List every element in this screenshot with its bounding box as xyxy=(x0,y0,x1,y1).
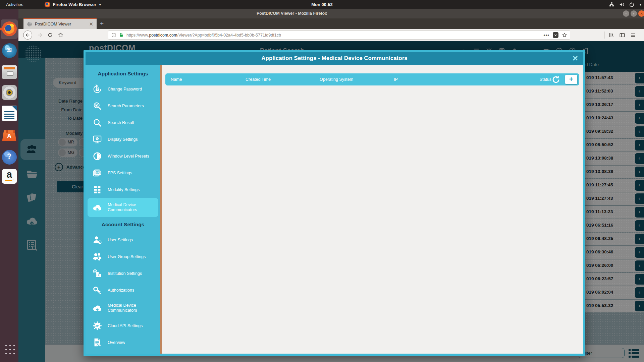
forward-button[interactable] xyxy=(37,32,43,38)
svg-text:API: API xyxy=(95,325,99,327)
dock-item[interactable] xyxy=(1,63,17,79)
column-header[interactable]: Name xyxy=(171,77,246,82)
settings-menu-item[interactable]: H Institution Settings xyxy=(86,265,160,282)
communicators-table-area: NameCreated TimeOperating SystemIPStatus… xyxy=(162,65,583,354)
toolbar-separator xyxy=(604,32,605,39)
doc-eye-icon xyxy=(92,338,102,348)
site-info-icon[interactable] xyxy=(111,33,116,38)
url-domain: postdicom.com xyxy=(149,33,177,38)
back-button[interactable] xyxy=(23,31,32,40)
settings-menu-item[interactable]: FPS FPS Settings xyxy=(86,165,160,181)
column-header[interactable]: Operating System xyxy=(320,77,394,82)
settings-menu-item[interactable]: Modality Settings xyxy=(86,181,160,198)
svg-text:FPS: FPS xyxy=(96,172,100,174)
settings-modal: Application Settings - Medical Device Co… xyxy=(84,50,585,356)
reload-button[interactable] xyxy=(47,32,53,38)
modal-close-icon[interactable]: × xyxy=(573,52,578,64)
dock-item[interactable] xyxy=(1,105,17,121)
account-settings-header: Account Settings xyxy=(86,219,160,232)
user-group-icon xyxy=(92,252,102,262)
grid-icon xyxy=(92,185,102,195)
hamburger-menu-icon[interactable] xyxy=(630,32,636,38)
show-applications-button[interactable] xyxy=(4,343,15,355)
search-icon xyxy=(92,118,102,128)
back-arrow-icon xyxy=(25,33,30,38)
window-title: PostDICOM Viewer - Mozilla Firefox xyxy=(220,11,364,16)
volume-icon[interactable] xyxy=(619,2,625,7)
svg-text:H: H xyxy=(94,270,96,273)
cloud-upload-icon xyxy=(92,202,102,213)
ubuntu-software-icon xyxy=(2,128,16,141)
library-icon[interactable] xyxy=(608,32,614,38)
dock-item[interactable] xyxy=(1,149,17,165)
search-gear-icon xyxy=(92,101,102,111)
clock[interactable]: Mon 00:52 xyxy=(0,2,644,7)
maximize-button[interactable]: ▫ xyxy=(631,10,637,17)
window-titlebar[interactable]: PostDICOM Viewer - Mozilla Firefox − ▫ × xyxy=(18,9,644,18)
rhythmbox-icon xyxy=(2,85,17,100)
dock-item[interactable] xyxy=(1,43,17,58)
settings-menu-item[interactable]: User Group Settings xyxy=(86,248,160,265)
institution-icon: H xyxy=(92,268,102,279)
firefox-icon xyxy=(2,21,17,36)
modal-title: Application Settings - Medical Device Co… xyxy=(86,52,583,65)
refresh-icon[interactable] xyxy=(551,75,560,84)
sidebar-toggle-icon[interactable] xyxy=(619,32,625,38)
dock xyxy=(0,9,18,362)
settings-menu-item[interactable]: API Cloud API Settings xyxy=(86,317,160,334)
cloud-upload-icon xyxy=(92,303,102,313)
dock-item[interactable] xyxy=(1,168,17,184)
modal-titlebar: Application Settings - Medical Device Co… xyxy=(86,52,583,65)
pocket-save-icon[interactable] xyxy=(553,32,558,38)
amazon-icon xyxy=(2,169,17,184)
settings-menu-item[interactable]: User Settings xyxy=(86,232,160,248)
libreoffice-writer-icon xyxy=(2,106,17,121)
settings-menu-item[interactable]: Authorizations xyxy=(86,282,160,299)
url-text[interactable]: https://www.postdicom.com/Viewer/?App=bd… xyxy=(126,33,543,38)
settings-menu-item[interactable]: Overview xyxy=(86,334,160,351)
settings-menu-item[interactable]: Window Level Presets xyxy=(86,148,160,165)
power-icon[interactable] xyxy=(629,2,635,7)
padlock-icon[interactable] xyxy=(119,33,124,38)
help-icon xyxy=(2,150,17,165)
settings-sidebar: Application Settings Change Password Sea… xyxy=(86,65,160,354)
page-actions-icon[interactable]: ••• xyxy=(543,33,549,38)
gear-api-icon: API xyxy=(92,321,102,331)
settings-menu-item[interactable]: Search Result xyxy=(86,114,160,131)
settings-menu-item[interactable]: Medical Device Communicators xyxy=(86,299,160,317)
application-settings-header: Application Settings xyxy=(86,68,160,81)
dock-item[interactable] xyxy=(1,126,17,141)
home-button[interactable] xyxy=(58,32,63,38)
dock-firefox[interactable] xyxy=(1,21,17,37)
tab-close-icon[interactable]: ✕ xyxy=(89,21,93,27)
file-cabinet-icon xyxy=(2,65,17,79)
url-bar[interactable]: https://www.postdicom.com/Viewer/?App=bd… xyxy=(108,31,570,40)
caret-down-icon[interactable]: ▾ xyxy=(640,3,641,6)
thunderbird-icon xyxy=(2,43,17,58)
new-tab-button[interactable]: + xyxy=(100,20,104,27)
ubuntu-topbar: Activities Firefox Web Browser ▾ Mon 00:… xyxy=(0,0,644,9)
column-header[interactable]: Created Time xyxy=(246,77,320,82)
fps-pages-icon: FPS xyxy=(92,168,102,178)
add-communicator-button[interactable]: + xyxy=(565,75,577,84)
minimize-button[interactable]: − xyxy=(623,10,629,17)
settings-menu-item[interactable]: Change Password xyxy=(86,81,160,98)
column-header[interactable]: Status xyxy=(540,77,551,82)
network-icon[interactable] xyxy=(609,2,614,7)
key-icon xyxy=(92,285,102,295)
tab-favicon-globe-icon xyxy=(27,22,32,26)
tab-title: PostDICOM Viewer xyxy=(35,22,89,26)
monitor-gear-icon xyxy=(92,134,102,144)
column-header[interactable]: IP xyxy=(394,77,540,82)
half-circle-icon xyxy=(92,151,102,161)
dock-item[interactable] xyxy=(1,84,17,100)
bookmark-star-icon[interactable] xyxy=(562,33,567,38)
tab-bar: PostDICOM Viewer ✕ + xyxy=(18,18,644,29)
browser-toolbar: https://www.postdicom.com/Viewer/?App=bd… xyxy=(18,29,644,41)
desktop-screen: Activities Firefox Web Browser ▾ Mon 00:… xyxy=(0,0,644,362)
settings-menu-item[interactable]: Medical Device Communicators xyxy=(88,198,158,217)
close-button[interactable]: × xyxy=(638,10,644,17)
tab-postdicom-viewer[interactable]: PostDICOM Viewer ✕ xyxy=(23,18,97,29)
settings-menu-item[interactable]: Display Settings xyxy=(86,131,160,148)
settings-menu-item[interactable]: Search Parameters xyxy=(86,98,160,114)
